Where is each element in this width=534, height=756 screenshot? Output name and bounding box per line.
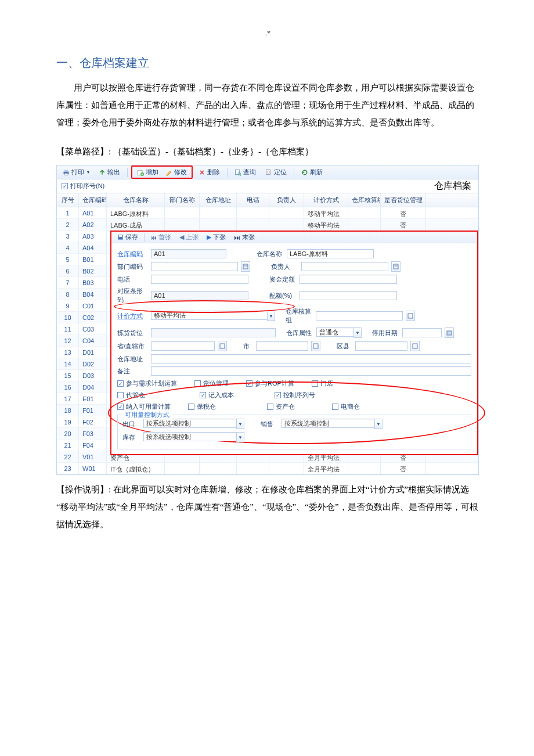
next-record-button[interactable]: ▶下张 xyxy=(203,232,229,242)
province-picker-icon[interactable] xyxy=(218,341,227,351)
valuation-select[interactable]: ▼ xyxy=(151,311,275,321)
table-row[interactable]: 23W01IT仓（虚拟仓）全月平均法否 xyxy=(57,463,478,474)
code-label: 仓库编码 xyxy=(117,250,147,258)
grid-header-cell: 序号 xyxy=(57,193,79,207)
table-cell: F02 xyxy=(79,416,107,427)
province-input[interactable] xyxy=(151,341,215,351)
print-button[interactable]: 打印▾ xyxy=(59,167,93,178)
acct-label: 仓库核算组 xyxy=(286,307,312,325)
valuation-label: 计价方式 xyxy=(117,312,147,321)
edit-icon xyxy=(165,169,172,176)
table-row[interactable]: 1A01LABG-原材料移动平均法否 xyxy=(57,207,478,219)
table-cell: 15 xyxy=(57,370,79,381)
sale-label: 销售 xyxy=(261,420,278,429)
owner-input[interactable] xyxy=(301,262,388,271)
table-cell: V01 xyxy=(79,451,107,462)
county-picker-icon[interactable] xyxy=(410,341,420,351)
rop-checkbox[interactable]: ✓参与ROP计算 xyxy=(246,379,294,388)
stopdate-picker-icon[interactable] xyxy=(445,327,454,338)
sub-toolbar: ✓打印序号(N) 仓库档案 xyxy=(57,179,478,193)
panel-title: 仓库档案 xyxy=(434,180,474,192)
save-button[interactable]: 保存 xyxy=(114,232,142,242)
shop-checkbox[interactable]: 门店 xyxy=(312,379,333,388)
eshop-checkbox[interactable]: 电商仓 xyxy=(332,402,360,411)
table-cell xyxy=(348,463,381,474)
pickloc-input[interactable] xyxy=(151,328,276,337)
table-cell: 14 xyxy=(57,358,79,369)
fund-input[interactable] xyxy=(300,275,397,284)
table-cell: A04 xyxy=(79,242,107,253)
warehouse-grid: 序号仓库编码仓库名称部门名称仓库地址电话负责人计价方式仓库核算组是否货位管理 1… xyxy=(57,193,478,474)
out-select[interactable]: ▼ xyxy=(143,419,244,429)
table-cell: 8 xyxy=(57,289,79,300)
table-cell xyxy=(269,219,304,230)
grid-header-cell: 负责人 xyxy=(269,193,304,207)
edit-button[interactable]: 修改 xyxy=(162,167,190,178)
asset-checkbox[interactable]: 资产仓 xyxy=(267,402,295,411)
owner-picker-icon[interactable] xyxy=(391,261,400,272)
delete-button[interactable]: 删除 xyxy=(195,167,223,178)
attr-select[interactable]: ▼ xyxy=(316,327,362,338)
cost-checkbox[interactable]: ✓记入成本 xyxy=(200,391,234,399)
svg-rect-1 xyxy=(64,170,68,171)
table-cell: 22 xyxy=(57,451,79,462)
grid-header-cell: 仓库核算组 xyxy=(348,193,381,207)
ratio-input[interactable] xyxy=(300,291,397,300)
export-button[interactable]: 输出 xyxy=(95,167,124,178)
barcode-input[interactable] xyxy=(151,291,248,300)
province-label: 省/直辖市 xyxy=(117,342,147,351)
print-seq-checkbox[interactable]: ✓打印序号(N) xyxy=(62,182,104,190)
first-record-button[interactable]: ⏮首张 xyxy=(147,232,175,242)
table-cell: C01 xyxy=(79,300,107,311)
acct-input[interactable] xyxy=(316,311,403,321)
bond-checkbox[interactable]: 保税仓 xyxy=(188,402,216,411)
attr-label: 仓库属性 xyxy=(286,329,313,337)
addr-input[interactable] xyxy=(151,354,471,363)
stopdate-input[interactable] xyxy=(402,328,442,337)
sale-select[interactable]: ▼ xyxy=(282,419,383,429)
table-cell: B03 xyxy=(79,277,107,288)
op-label: 【操作说明】: xyxy=(56,485,111,494)
svg-rect-2 xyxy=(64,173,68,175)
table-cell xyxy=(237,463,269,474)
dept-input[interactable] xyxy=(151,262,238,271)
city-picker-icon[interactable] xyxy=(311,341,320,351)
op-text: 在此界面可以实时对仓库新增、修改；在修改仓库档案的界面上对“计价方式”根据实际情… xyxy=(56,485,478,529)
dept-picker-icon[interactable] xyxy=(241,261,250,272)
table-cell xyxy=(269,463,304,474)
table-cell: B02 xyxy=(79,265,107,276)
detail-panel: 保存 ⏮首张 ◀上张 ▶下张 ⏭末张 仓库编码 仓库名称 xyxy=(110,231,478,455)
loc-checkbox[interactable]: 货位管理 xyxy=(194,379,229,388)
name-input[interactable] xyxy=(287,249,374,258)
serial-checkbox[interactable]: ✓控制序列号 xyxy=(275,391,315,399)
table-row[interactable]: 2A02LABG-成品移动平均法否 xyxy=(57,219,478,231)
county-input[interactable] xyxy=(355,341,407,351)
phone-input[interactable] xyxy=(151,275,248,284)
detail-toolbar: 保存 ⏮首张 ◀上张 ▶下张 ⏭末张 xyxy=(111,232,477,243)
svg-rect-5 xyxy=(236,170,240,174)
code-input[interactable] xyxy=(151,249,226,258)
last-record-button[interactable]: ⏭末张 xyxy=(230,232,258,242)
table-cell: 23 xyxy=(57,463,79,474)
stock-select[interactable]: ▼ xyxy=(143,432,244,442)
table-cell: 否 xyxy=(381,207,426,218)
out-label: 出口 xyxy=(122,420,140,429)
query-button[interactable]: 查询 xyxy=(231,167,259,178)
save-icon xyxy=(117,234,124,240)
table-cell xyxy=(200,219,237,230)
locate-button[interactable]: 定位 xyxy=(262,167,290,178)
refresh-button[interactable]: 刷新 xyxy=(298,167,326,178)
intro-paragraph: 用户可以按照仓库进行存货管理，同一存货在不同仓库设置不同仓库参数，用户可以根据实… xyxy=(56,79,479,131)
prev-record-button[interactable]: ◀上张 xyxy=(176,232,202,242)
demand-checkbox[interactable]: ✓参与需求计划运算 xyxy=(117,379,177,388)
city-input[interactable] xyxy=(256,341,308,351)
table-cell: 3 xyxy=(57,231,79,242)
add-button[interactable]: 增加 xyxy=(134,167,162,178)
avail-control-fieldset: 可用量控制方式 出口 ▼ 销售 ▼ 库存 ▼ xyxy=(117,415,471,449)
acct-picker-icon[interactable] xyxy=(406,311,415,321)
avail-checkbox[interactable]: ✓纳入可用量计算 xyxy=(117,402,171,411)
proxy-checkbox[interactable]: 代管仓 xyxy=(117,391,145,399)
remark-input[interactable] xyxy=(151,366,471,376)
table-cell: F03 xyxy=(79,428,107,439)
barcode-label: 对应条形码 xyxy=(117,287,147,304)
